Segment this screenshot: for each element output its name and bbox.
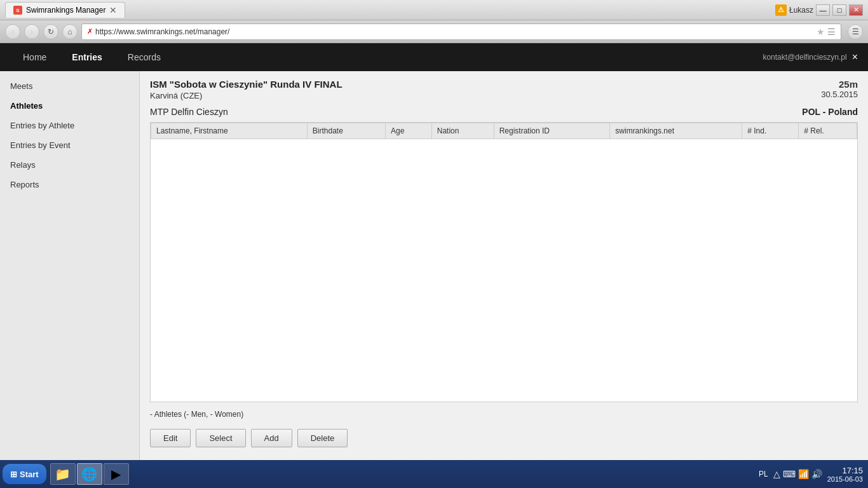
taskbar-app-chrome[interactable]: 🌐 (77, 463, 102, 485)
tab-title: Swimrankings Manager (26, 6, 105, 15)
sidebar-item-entries-by-athlete[interactable]: Entries by Athlete (0, 116, 139, 135)
home-button[interactable]: ⌂ (62, 24, 78, 39)
sidebar-item-meets[interactable]: Meets (0, 76, 139, 96)
select-button[interactable]: Select (196, 429, 245, 447)
meet-location: Karviná (CZE) (150, 91, 342, 100)
col-header-age[interactable]: Age (386, 123, 432, 139)
col-header-ind[interactable]: # Ind. (742, 123, 799, 139)
top-navigation: Home Entries Records kontakt@delfinciesz… (0, 43, 868, 71)
page-action-icon[interactable]: ☰ (827, 27, 836, 37)
meet-meta-right: 25m 30.5.2015 (821, 79, 858, 99)
edit-button[interactable]: Edit (150, 429, 191, 447)
app-container: Home Entries Records kontakt@delfinciesz… (0, 43, 868, 460)
meet-country: POL - Poland (802, 107, 858, 117)
browser-controls: ‹ › ↻ ⌂ ✗ https://www.swimrankings.net/m… (0, 20, 868, 43)
action-buttons: Edit Select Add Delete (150, 426, 858, 452)
main-layout: Meets Athletes Entries by Athlete Entrie… (0, 71, 868, 460)
nav-entries[interactable]: Entries (59, 44, 114, 70)
explorer-icon: 📁 (55, 466, 71, 482)
sidebar-item-entries-by-event[interactable]: Entries by Event (0, 135, 139, 155)
taskbar-apps: 📁 🌐 ▶ (50, 463, 129, 485)
nav-records[interactable]: Records (115, 44, 173, 70)
minimize-button[interactable]: — (816, 4, 830, 16)
col-header-rel[interactable]: # Rel. (799, 123, 857, 139)
start-button[interactable]: ⊞ Start (3, 464, 46, 484)
forward-button[interactable]: › (24, 24, 39, 39)
taskbar-right: PL △ ⌨ 📶 🔊 17:15 2015-06-03 (759, 466, 865, 483)
browser-tab[interactable]: S Swimrankings Manager ✕ (5, 2, 125, 18)
tab-close-button[interactable]: ✕ (109, 5, 117, 15)
taskbar-date: 2015-06-03 (827, 475, 863, 483)
nav-home[interactable]: Home (10, 44, 59, 70)
window-close-button[interactable]: ✕ (849, 4, 863, 16)
bookmark-star-icon[interactable]: ★ (817, 27, 825, 37)
col-header-registration-id[interactable]: Registration ID (494, 123, 610, 139)
settings-button[interactable]: ☰ (848, 24, 863, 39)
sidebar: Meets Athletes Entries by Athlete Entrie… (0, 71, 140, 460)
content-area: ISM "Sobota w Cieszynie" Runda IV FINAL … (140, 71, 868, 460)
athletes-table-container: Lastname, Firstname Birthdate Age Nation… (150, 122, 858, 402)
browser-actions: ☰ (848, 24, 863, 39)
taskbar-language: PL (759, 470, 768, 478)
security-icon: ✗ (87, 27, 93, 36)
sidebar-item-relays[interactable]: Relays (0, 155, 139, 175)
keyboard-icon: ⌨ (783, 469, 796, 479)
nav-user-area: kontakt@delfincieszyn.pl × (763, 51, 858, 63)
meet-title-block: ISM "Sobota w Cieszynie" Runda IV FINAL … (150, 79, 342, 100)
meet-date: 30.5.2015 (821, 90, 858, 99)
url-display: https://www.swimrankings.net/manager/ (95, 27, 229, 36)
reload-button[interactable]: ↻ (43, 24, 58, 39)
taskbar-system-icons: △ ⌨ 📶 🔊 (773, 469, 822, 479)
chrome-icon: 🌐 (81, 466, 97, 482)
back-button[interactable]: ‹ (5, 24, 20, 39)
summary-text: - Athletes (- Men, - Women) (150, 407, 858, 421)
col-header-swimrankings[interactable]: swimrankings.net (610, 123, 742, 139)
browser-titlebar: S Swimrankings Manager ✕ ⚠ Łukasz — □ ✕ (0, 0, 868, 20)
sound-icon: 🔊 (811, 469, 822, 479)
col-header-nation[interactable]: Nation (431, 123, 494, 139)
warning-icon: ⚠ (775, 4, 787, 16)
col-header-lastname[interactable]: Lastname, Firstname (151, 123, 308, 139)
taskbar-app-media[interactable]: ▶ (104, 463, 129, 485)
windows-logo-icon: ⊞ (10, 470, 17, 479)
nav-items: Home Entries Records (10, 44, 173, 70)
username-display: Łukasz (789, 6, 813, 15)
meet-distance: 25m (821, 79, 858, 90)
col-header-birthdate[interactable]: Birthdate (307, 123, 385, 139)
maximize-button[interactable]: □ (832, 4, 846, 16)
network-icon: 📶 (798, 469, 809, 479)
add-button[interactable]: Add (251, 429, 292, 447)
logout-button[interactable]: × (852, 51, 858, 63)
sidebar-item-athletes[interactable]: Athletes (0, 96, 139, 116)
taskbar-app-explorer[interactable]: 📁 (50, 463, 76, 485)
address-bar[interactable]: ✗ https://www.swimrankings.net/manager/ … (81, 24, 841, 40)
sidebar-item-reports[interactable]: Reports (0, 175, 139, 194)
taskbar: ⊞ Start 📁 🌐 ▶ PL △ ⌨ 📶 🔊 17:15 2015-06-0… (0, 460, 868, 488)
taskbar-clock[interactable]: 17:15 2015-06-03 (827, 466, 863, 483)
tab-favicon-icon: S (13, 6, 22, 15)
table-header-row: Lastname, Firstname Birthdate Age Nation… (151, 123, 857, 139)
meet-club: MTP Delfin Cieszyn (150, 107, 228, 117)
user-email: kontakt@delfincieszyn.pl (763, 53, 846, 62)
meet-header: ISM "Sobota w Cieszynie" Runda IV FINAL … (150, 79, 858, 100)
taskbar-time: 17:15 (827, 466, 863, 475)
media-icon: ▶ (111, 466, 121, 482)
arrow-icon: △ (773, 469, 780, 479)
meet-subheader: MTP Delfin Cieszyn POL - Poland (150, 107, 858, 117)
delete-button[interactable]: Delete (297, 429, 348, 447)
meet-title: ISM "Sobota w Cieszynie" Runda IV FINAL (150, 79, 342, 90)
athletes-table: Lastname, Firstname Birthdate Age Nation… (151, 123, 857, 139)
